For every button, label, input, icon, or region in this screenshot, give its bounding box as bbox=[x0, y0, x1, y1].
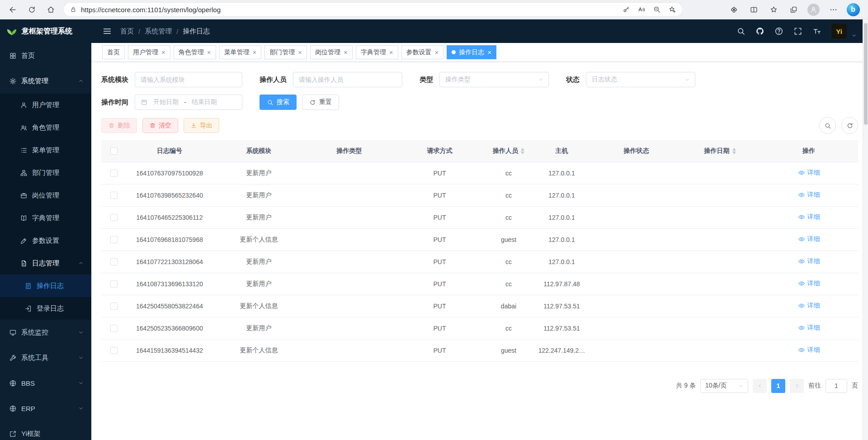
passwords-button[interactable] bbox=[618, 3, 634, 16]
tab-close-icon[interactable]: × bbox=[389, 49, 393, 56]
zoom-button[interactable] bbox=[649, 3, 665, 16]
browser-menu-button[interactable] bbox=[825, 2, 842, 17]
next-page-button[interactable] bbox=[790, 379, 804, 393]
help-icon[interactable] bbox=[774, 27, 783, 36]
tab-close-icon[interactable]: × bbox=[435, 49, 439, 56]
sidebar-item-dept-mgmt[interactable]: 部门管理 bbox=[0, 161, 91, 184]
detail-link[interactable]: 详细 bbox=[798, 302, 820, 310]
detail-link[interactable]: 详细 bbox=[798, 213, 820, 221]
refresh-table-button[interactable] bbox=[841, 117, 858, 134]
split-screen-button[interactable] bbox=[745, 2, 762, 17]
extensions-button[interactable] bbox=[725, 2, 742, 17]
sidebar-item-sys-tools[interactable]: 系统工具 bbox=[0, 345, 91, 370]
show-search-button[interactable] bbox=[819, 117, 836, 134]
sidebar-item-post-mgmt[interactable]: 岗位管理 bbox=[0, 184, 91, 207]
scrollbar-thumb[interactable] bbox=[864, 23, 868, 125]
sort-icon[interactable] bbox=[732, 148, 736, 155]
sidebar-item-login-log[interactable]: 登录日志 bbox=[0, 297, 91, 320]
reset-button[interactable]: 重置 bbox=[302, 95, 339, 110]
tab-oper-log[interactable]: 操作日志× bbox=[447, 45, 496, 59]
tab-param-settings[interactable]: 参数设置× bbox=[401, 45, 444, 59]
column-header-date[interactable]: 操作日期 bbox=[680, 140, 760, 162]
tab-close-icon[interactable]: × bbox=[207, 49, 211, 56]
tab-dict-mgmt[interactable]: 字典管理× bbox=[356, 45, 398, 59]
sidebar-item-param-settings[interactable]: 参数设置 bbox=[0, 229, 91, 252]
favorites-button[interactable] bbox=[765, 2, 782, 17]
tab-user-mgmt[interactable]: 用户管理× bbox=[128, 45, 170, 59]
prev-page-button[interactable] bbox=[753, 379, 767, 393]
search-button[interactable]: 搜索 bbox=[259, 95, 297, 110]
detail-link[interactable]: 详细 bbox=[798, 235, 820, 243]
operator-filter-input[interactable] bbox=[293, 72, 402, 87]
type-filter-select[interactable]: 操作类型 bbox=[439, 72, 549, 87]
row-checkbox[interactable] bbox=[110, 192, 118, 199]
profile-button[interactable] bbox=[805, 2, 822, 17]
collections-button[interactable] bbox=[785, 2, 802, 17]
favorites-add-button[interactable] bbox=[665, 3, 680, 16]
tab-role-mgmt[interactable]: 角色管理× bbox=[174, 45, 216, 59]
row-checkbox[interactable] bbox=[110, 280, 118, 288]
tab-close-icon[interactable]: × bbox=[298, 49, 302, 56]
sidebar-item-menu-mgmt[interactable]: 菜单管理 bbox=[0, 139, 91, 161]
detail-link[interactable]: 详细 bbox=[798, 191, 820, 199]
row-checkbox[interactable] bbox=[110, 214, 118, 221]
browser-refresh-button[interactable] bbox=[23, 1, 41, 18]
sidebar-item-erp[interactable]: ERP bbox=[0, 396, 91, 421]
detail-link[interactable]: 详细 bbox=[798, 257, 820, 265]
sidebar-item-home[interactable]: 首页 bbox=[0, 43, 91, 68]
row-checkbox[interactable] bbox=[110, 303, 118, 310]
github-icon[interactable] bbox=[755, 27, 764, 36]
tab-close-icon[interactable]: × bbox=[487, 49, 491, 56]
tab-close-icon[interactable]: × bbox=[161, 49, 165, 56]
delete-button[interactable]: 删除 bbox=[101, 118, 137, 133]
export-button[interactable]: 导出 bbox=[184, 118, 219, 133]
page-1-button[interactable]: 1 bbox=[771, 379, 785, 393]
row-checkbox[interactable] bbox=[110, 258, 118, 265]
address-bar[interactable]: https://ccnetcore.com:1101/system/log/op… bbox=[63, 2, 683, 17]
sidebar-item-log-mgmt[interactable]: 日志管理 bbox=[0, 252, 91, 274]
tab-home[interactable]: 首页 bbox=[102, 45, 125, 59]
module-filter-input[interactable] bbox=[135, 72, 242, 87]
sidebar-toggle-icon[interactable] bbox=[102, 26, 112, 36]
clear-button[interactable]: 清空 bbox=[142, 118, 178, 133]
row-checkbox[interactable] bbox=[110, 325, 118, 332]
detail-link[interactable]: 详细 bbox=[798, 346, 820, 354]
browser-home-button[interactable] bbox=[42, 1, 60, 18]
sidebar-item-sys-monitor[interactable]: 系统监控 bbox=[0, 320, 91, 345]
row-checkbox[interactable] bbox=[110, 236, 118, 243]
date-range-picker[interactable]: 开始日期 - 结束日期 bbox=[135, 95, 242, 110]
sidebar-item-oper-log[interactable]: 操作日志 bbox=[0, 274, 91, 297]
tab-dept-mgmt[interactable]: 部门管理× bbox=[264, 45, 307, 59]
breadcrumb-item[interactable]: 首页 bbox=[120, 27, 134, 36]
sidebar-item-system-mgmt[interactable]: 系统管理 bbox=[0, 68, 91, 94]
sidebar-item-bbs[interactable]: BBS bbox=[0, 370, 91, 396]
tab-post-mgmt[interactable]: 岗位管理× bbox=[310, 45, 353, 59]
column-header-operator[interactable]: 操作人员 bbox=[486, 140, 531, 162]
browser-back-button[interactable] bbox=[4, 1, 22, 18]
status-filter-select[interactable]: 日志状态 bbox=[586, 72, 695, 87]
tab-menu-mgmt[interactable]: 菜单管理× bbox=[219, 45, 262, 59]
avatar-caret-icon[interactable] bbox=[851, 33, 857, 38]
sidebar-item-role-mgmt[interactable]: 角色管理 bbox=[0, 116, 91, 139]
detail-link[interactable]: 详细 bbox=[798, 169, 820, 177]
sidebar-item-user-mgmt[interactable]: 用户管理 bbox=[0, 94, 91, 116]
read-aloud-button[interactable] bbox=[634, 3, 649, 16]
page-scrollbar[interactable] bbox=[863, 19, 868, 440]
tab-close-icon[interactable]: × bbox=[253, 49, 257, 56]
font-size-icon[interactable] bbox=[812, 27, 821, 36]
detail-link[interactable]: 详细 bbox=[798, 279, 820, 288]
tab-close-icon[interactable]: × bbox=[344, 49, 348, 56]
detail-link[interactable]: 详细 bbox=[798, 324, 820, 332]
row-checkbox[interactable] bbox=[110, 347, 118, 354]
fullscreen-icon[interactable] bbox=[793, 27, 802, 36]
row-checkbox[interactable] bbox=[110, 170, 118, 177]
copilot-button[interactable]: b bbox=[844, 2, 862, 17]
sidebar-item-yi-frame[interactable]: Yi框架 bbox=[0, 421, 91, 440]
sort-icon[interactable] bbox=[521, 148, 524, 155]
breadcrumb-item[interactable]: 系统管理 bbox=[145, 27, 172, 36]
header-search-icon[interactable] bbox=[736, 27, 745, 36]
select-all-checkbox[interactable] bbox=[110, 147, 118, 155]
goto-page-input[interactable] bbox=[826, 379, 847, 393]
sidebar-item-dict-mgmt[interactable]: 字典管理 bbox=[0, 207, 91, 229]
user-avatar[interactable]: Yi bbox=[831, 24, 847, 39]
